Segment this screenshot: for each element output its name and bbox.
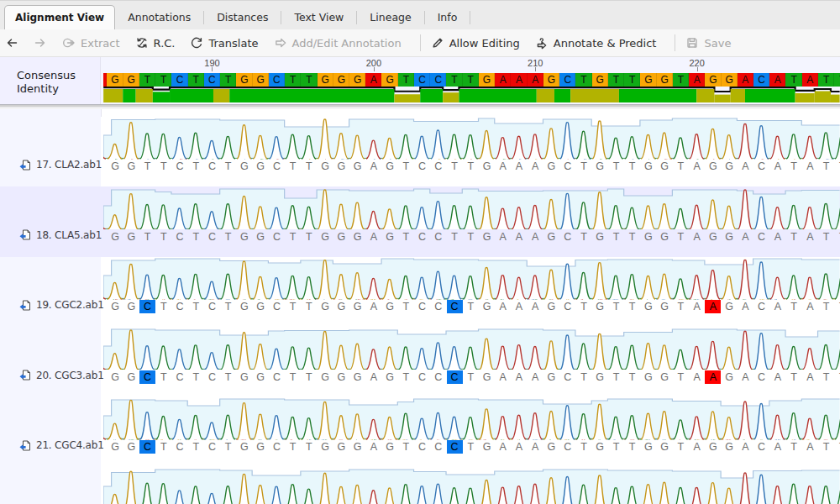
base-letter: T <box>398 160 414 173</box>
base-letter: G <box>123 160 139 173</box>
base-letter: A <box>365 370 381 384</box>
base-letter: A <box>495 230 511 244</box>
base-letter: T <box>155 160 171 173</box>
base-letter: A <box>511 370 527 384</box>
base-letter: T <box>463 440 479 454</box>
base-letter: T <box>785 440 801 454</box>
base-letter: A <box>689 370 705 384</box>
base-letter: G <box>479 230 495 244</box>
base-letter: A <box>511 230 527 244</box>
base-letter: G <box>123 370 139 384</box>
base-letter: T <box>818 440 834 454</box>
sequence-letters[interactable]: GGTTCTCTGGCTTGGGAGTCCTTGAAAGCTGTTGGTAGGA… <box>103 230 840 244</box>
base-letter: A <box>528 160 543 173</box>
base-letter: T <box>463 160 479 173</box>
base-letter: G <box>333 160 349 173</box>
base-letter: C <box>430 440 446 454</box>
base-letter: A <box>802 230 818 244</box>
base-letter: G <box>349 370 365 384</box>
base-letter: T <box>608 300 624 313</box>
base-letter: G <box>592 300 608 313</box>
base-letter: G <box>107 300 123 313</box>
base-letter: G <box>479 160 495 173</box>
base-letter: G <box>333 440 349 454</box>
base-letter: C <box>269 370 285 384</box>
row-label[interactable]: 17. CLA2.ab1 <box>0 117 101 187</box>
base-letter: T <box>624 370 640 384</box>
base-letter: A <box>495 300 511 313</box>
base-letter: A <box>511 440 527 454</box>
base-letter: G <box>722 370 738 384</box>
base-letter: C <box>430 300 446 313</box>
base-letter: A <box>689 160 705 173</box>
base-letter: T <box>446 230 462 244</box>
base-letter: T <box>575 440 591 454</box>
row-label[interactable] <box>0 467 101 504</box>
row-label[interactable]: 21. CGC4.ab1 <box>0 397 101 468</box>
row-label[interactable]: 19. CGC2.ab1 <box>0 257 101 328</box>
row-label[interactable]: 20. CGC3.ab1 <box>0 327 101 397</box>
alignment-rows: 17. CLA2.ab1GGTTCTCTGGCTTGGGAGTCCTTGAAAG… <box>0 0 840 504</box>
base-letter: G <box>107 440 123 454</box>
base-letter: T <box>463 230 479 244</box>
sequence-letters[interactable]: GGTTCTCTGGCTTGGGAGTCCTTGAAAGCTGTTGGTAGGA… <box>103 160 840 173</box>
base-letter: G <box>592 440 608 454</box>
base-letter: A <box>495 440 511 454</box>
base-letter: T <box>608 230 624 244</box>
sequence-letters[interactable]: GGCTCTCTGGCTTGGGAGTCCCTGAAAGCTGTTGGTAAGA… <box>103 370 840 384</box>
base-letter: G <box>722 440 738 454</box>
base-letter: T <box>834 230 840 244</box>
base-letter: G <box>333 370 349 384</box>
base-letter: C <box>204 370 220 384</box>
base-letter: T <box>188 440 204 454</box>
base-letter: T <box>834 370 840 384</box>
base-letter: T <box>463 300 479 313</box>
base-letter: C <box>753 370 769 384</box>
base-letter: T <box>220 300 236 313</box>
base-letter: T <box>285 440 301 454</box>
tab-alignment-view[interactable]: Alignment View <box>4 5 115 29</box>
base-letter: T <box>673 300 689 313</box>
base-letter: G <box>657 440 673 454</box>
alignment-viewer: Alignment ViewAnnotationsDistancesText V… <box>0 0 840 504</box>
alignment-row-19: 19. CGC2.ab1GGCTCTCTGGCTTGGGAGTCCCTGAAAG… <box>0 257 840 328</box>
base-letter: A <box>738 370 753 384</box>
base-letter: G <box>381 440 397 454</box>
base-letter: T <box>155 230 171 244</box>
base-letter: A <box>689 230 705 244</box>
base-letter: G <box>543 300 559 313</box>
base-letter: T <box>818 370 834 384</box>
base-letter: T <box>673 440 689 454</box>
alignment-row-partial <box>0 467 840 504</box>
base-letter: C <box>414 440 430 454</box>
base-letter: G <box>349 300 365 313</box>
base-letter: G <box>657 370 673 384</box>
base-letter: T <box>188 370 204 384</box>
base-letter: T <box>575 370 591 384</box>
base-letter: T <box>220 440 236 454</box>
base-letter: A <box>528 440 543 454</box>
base-letter: C <box>269 440 285 454</box>
row-label[interactable]: 18. CLA5.ab1 <box>0 186 101 257</box>
base-letter: T <box>673 230 689 244</box>
base-letter: C <box>559 230 575 244</box>
base-letter: G <box>722 300 738 313</box>
base-letter: C <box>414 230 430 244</box>
sequence-letters[interactable]: GGCTCTCTGGCTTGGGAGTCCCTGAAAGCTGTTGGTAGGA… <box>103 440 840 454</box>
alignment-row-21: 21. CGC4.ab1GGCTCTCTGGCTTGGGAGTCCCTGAAAG… <box>0 397 840 468</box>
base-letter: T <box>188 300 204 313</box>
base-letter: C <box>430 230 446 244</box>
base-letter: A <box>689 440 705 454</box>
base-letter: G <box>381 370 397 384</box>
base-letter: C <box>204 440 220 454</box>
base-letter: G <box>657 160 673 173</box>
base-letter: C <box>753 160 769 173</box>
trace-document-icon <box>19 440 30 451</box>
sequence-letters[interactable]: GGCTCTCTGGCTTGGGAGTCCCTGAAAGCTGTTGGTAAGA… <box>103 300 840 313</box>
base-letter-highlighted: C <box>139 300 155 313</box>
base-letter: G <box>640 160 656 173</box>
base-letter: G <box>123 440 139 454</box>
base-letter-highlighted: A <box>705 300 721 313</box>
row-name: 19. CGC2.ab1 <box>36 299 104 311</box>
base-letter: A <box>365 160 381 173</box>
